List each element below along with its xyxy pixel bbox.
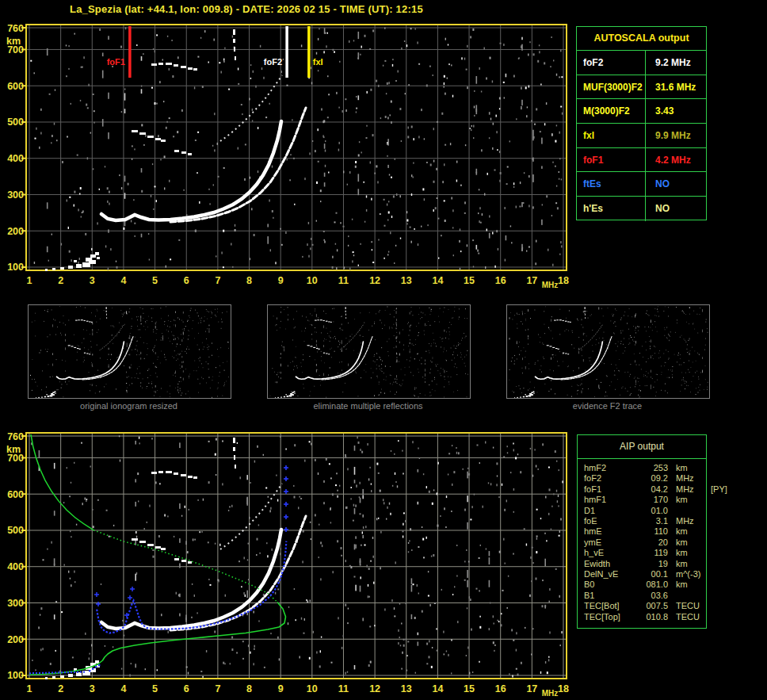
x-axis-unit: MHz — [542, 281, 559, 289]
x-tick-label: 5 — [152, 275, 158, 286]
x-tick-label: 18 — [558, 683, 569, 694]
aip-unit: MHz — [668, 516, 709, 526]
x-tick-label: 1 — [27, 683, 32, 694]
aip-unit: km — [668, 495, 709, 505]
x-tick-label: 9 — [278, 683, 284, 694]
echo-noise — [509, 306, 708, 397]
thumbnail-image — [507, 305, 709, 398]
aip-row-hmE: hmE110km — [578, 526, 706, 537]
x-tick-label: 2 — [58, 275, 63, 286]
aip-extra: [PY] — [709, 484, 727, 495]
aip-unit: km — [668, 559, 709, 569]
aip-extra — [709, 569, 711, 580]
x-tick-label: 6 — [184, 683, 189, 694]
x-tick-label: 15 — [464, 683, 475, 694]
aip-extra — [709, 548, 711, 558]
x-tick-label: 1 — [27, 275, 32, 286]
x-tick-label: 11 — [338, 275, 349, 286]
x-tick-label: 7 — [215, 275, 220, 286]
ionogram-echo-trace — [275, 307, 372, 398]
aip-output-panel: AIP output hmF2253kmfoF209.2MHzfoF104.2M… — [577, 434, 707, 629]
axis-labels: 760700600500400300200100km12345678910111… — [6, 431, 569, 698]
autoscala-label: M(3000)F2 — [577, 105, 645, 117]
electron-density-profile — [29, 434, 286, 675]
thumbnail-caption: original ionogram resized — [27, 401, 231, 411]
aip-unit — [668, 591, 709, 601]
y-tick-label: 200 — [7, 634, 24, 645]
aip-row-D1: D101.0 — [578, 506, 706, 516]
page-title: La_Spezia (lat: +44.1, lon: 009.8) - DAT… — [70, 3, 423, 15]
aip-row-ymE: ymE20km — [578, 537, 706, 548]
top-ionogram-plot: 760700600500400300200100km12345678910111… — [0, 20, 586, 294]
aip-extra — [709, 463, 711, 473]
aip-extra — [709, 537, 711, 548]
aip-val: 007.5 — [633, 601, 668, 611]
aip-label: hmE — [584, 526, 633, 537]
ionogram-echo-trace — [36, 307, 133, 398]
x-axis-unit: MHz — [542, 689, 559, 698]
x-tick-label: 4 — [120, 275, 126, 286]
y-tick-label: 760 — [7, 431, 24, 442]
aip-label: foF2 — [584, 473, 633, 484]
aip-row-DelN_vE: DelN_vE00.1m^(-3) — [578, 569, 706, 580]
autoscala-row-M3000F2: M(3000)F23.43 — [577, 99, 706, 124]
x-tick-label: 8 — [246, 275, 252, 286]
autoscala-header: AUTOSCALA output — [577, 27, 706, 51]
x-tick-label: 16 — [495, 275, 506, 286]
aip-val: 19 — [633, 559, 668, 569]
x-tick-label: 12 — [369, 275, 380, 286]
aip-extra — [709, 526, 711, 537]
aip-row-foF2: foF209.2MHz — [578, 473, 706, 484]
aip-unit: TECU — [668, 601, 709, 611]
plot-border — [26, 433, 567, 679]
aip-label: hmF2 — [584, 463, 633, 473]
x-tick-label: 17 — [526, 275, 537, 286]
y-tick-label: 400 — [7, 561, 24, 572]
autoscala-row-hEs: h'EsNO — [577, 197, 706, 221]
aip-label: DelN_vE — [584, 569, 633, 580]
autoscala-value: 9.9 MHz — [645, 124, 706, 147]
aip-row-B1: B103.6 — [578, 591, 706, 601]
x-tick-label: 11 — [338, 683, 349, 694]
aip-unit: m^(-3) — [668, 569, 709, 580]
thumbnail-eliminate-reflections — [267, 304, 471, 399]
bottom-ionogram-plot: 760700600500400300200100km12345678910111… — [0, 428, 586, 700]
autoscala-label: MUF(3000)F2 — [577, 82, 645, 93]
aip-extra — [709, 612, 711, 622]
aip-label: h_vE — [584, 548, 633, 558]
aip-val: 119 — [633, 548, 668, 558]
y-tick-label: 100 — [7, 262, 24, 273]
x-tick-label: 6 — [184, 275, 189, 286]
thumbnail-image — [268, 305, 470, 398]
y-tick-label: 200 — [7, 226, 24, 237]
aip-extra — [709, 495, 711, 505]
thumbnail-caption: evidence F2 trace — [506, 401, 709, 411]
foF1-marker-label: foF1 — [107, 57, 125, 67]
aip-unit: km — [668, 548, 709, 558]
autoscala-row-foF2: foF29.2 MHz — [577, 51, 706, 75]
autoscala-value: 31.6 MHz — [645, 75, 706, 99]
autoscala-value: NO — [645, 197, 706, 221]
aip-val: 3.1 — [633, 516, 668, 526]
x-tick-label: 12 — [369, 683, 380, 694]
aip-label: TEC[Top] — [584, 612, 633, 622]
y-tick-label: 300 — [7, 189, 24, 201]
autoscala-label: foF2 — [577, 57, 645, 68]
x-tick-label: 7 — [215, 683, 220, 694]
x-tick-label: 10 — [307, 275, 318, 286]
autoscala-row-fxI: fxI9.9 MHz — [577, 124, 706, 148]
aip-label: ymE — [584, 537, 633, 548]
y-axis-unit: km — [6, 444, 21, 455]
aip-header: AIP output — [578, 435, 706, 459]
aip-label: B1 — [584, 591, 633, 601]
aip-val: 03.6 — [633, 591, 668, 601]
autoscala-value: 9.2 MHz — [645, 51, 706, 75]
autoscala-value: 3.43 — [645, 99, 706, 123]
aip-row-h_vE: h_vE119km — [578, 548, 706, 558]
aip-val: 253 — [633, 463, 668, 473]
y-tick-label: 500 — [7, 525, 24, 536]
aip-unit: MHz — [668, 484, 709, 495]
x-tick-label: 17 — [526, 683, 537, 694]
aip-extra — [709, 473, 711, 484]
aip-val: 20 — [633, 537, 668, 548]
